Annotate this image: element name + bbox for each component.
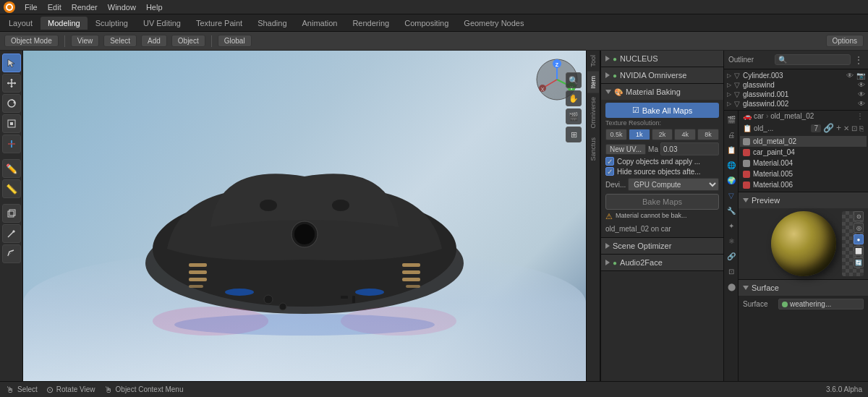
mode-selector[interactable]: Object Mode <box>4 35 59 47</box>
side-tab-tool[interactable]: Tool <box>587 51 599 72</box>
menu-edit[interactable]: Edit <box>43 2 66 12</box>
hide-source-checkbox[interactable]: ✓ <box>605 167 614 176</box>
object-props-icon[interactable]: ▽ <box>724 188 739 202</box>
viewport[interactable]: ☰ Object Mode ⊙ ◉ <box>23 51 586 381</box>
tab-shading[interactable]: Shading <box>250 17 294 30</box>
transform-tool[interactable] <box>2 135 21 153</box>
outliner-options-icon[interactable]: ⋮ <box>854 54 864 66</box>
res-1k[interactable]: 1k <box>629 129 650 140</box>
add-menu[interactable]: Add <box>141 35 167 47</box>
view-menu[interactable]: View <box>71 35 100 47</box>
cursor-tool[interactable] <box>2 54 21 72</box>
material-props-icon[interactable]: ⬤ <box>724 279 739 294</box>
preview-ctrl-5[interactable]: 🔄 <box>854 257 864 268</box>
omniverse-header[interactable]: ● NVIDIA Omniverse <box>601 67 723 83</box>
scale-tool[interactable] <box>2 114 21 133</box>
device-select[interactable]: GPU Compute CPU <box>628 178 719 191</box>
tab-compositing[interactable]: Compositing <box>397 17 456 30</box>
outliner-item-glasswind[interactable]: ▷ ▽ glasswind 👁 <box>724 80 868 90</box>
glasswind001-eye-icon[interactable]: 👁 <box>858 90 865 98</box>
add-cube-tool[interactable] <box>2 204 21 223</box>
copy-objects-checkbox[interactable]: ✓ <box>605 157 614 166</box>
outliner-item-glasswind001[interactable]: ▷ ▽ glasswind.001 👁 <box>724 90 868 99</box>
material-copy-icon[interactable]: ⎘ <box>859 124 864 132</box>
output-props-icon[interactable]: 🖨 <box>724 127 739 142</box>
physics-props-icon[interactable]: ⚛ <box>724 234 739 248</box>
side-tab-item[interactable]: Item <box>587 72 599 93</box>
preview-ctrl-1[interactable]: ⊙ <box>854 211 864 221</box>
tab-modeling[interactable]: Modeling <box>41 17 88 30</box>
tab-sculpting[interactable]: Sculpting <box>88 17 135 30</box>
menu-help[interactable]: Help <box>142 2 167 12</box>
nucleus-header[interactable]: ● NUCLEUS <box>601 51 723 67</box>
material-link-icon[interactable]: 🔗 <box>823 123 834 133</box>
camera-view-btn[interactable]: 🎬 <box>566 108 582 124</box>
hand-tool-btn[interactable]: ✋ <box>566 90 582 106</box>
outliner-item-glasswind002[interactable]: ▷ ▽ glasswind.002 👁 <box>724 99 868 108</box>
props-options-icon[interactable]: ⋮ <box>856 112 864 120</box>
material-new-icon[interactable]: + <box>836 123 841 133</box>
audio2face-header[interactable]: ● Audio2Face <box>601 255 723 270</box>
cylinder-camera-icon[interactable]: 📷 <box>856 72 865 80</box>
grid-view-btn[interactable]: ⊞ <box>566 127 582 142</box>
measure-tool[interactable]: 📏 <box>2 179 21 198</box>
material-baking-header[interactable]: 🎨 Material Baking <box>601 84 723 100</box>
cylinder-eye-icon[interactable]: 👁 <box>846 72 854 80</box>
material-browse-icon[interactable]: ⊡ <box>851 124 857 132</box>
tab-geometry-nodes[interactable]: Geometry Nodes <box>456 17 531 30</box>
tab-layout[interactable]: Layout <box>1 17 40 30</box>
constraints-props-icon[interactable]: 🔗 <box>724 249 739 263</box>
options-btn[interactable]: Options <box>826 35 864 47</box>
outliner-search[interactable]: 🔍 <box>775 54 851 65</box>
res-8k[interactable]: 8k <box>697 129 719 140</box>
mat-item-material004[interactable]: Material.004 <box>740 158 867 168</box>
tab-animation[interactable]: Animation <box>295 17 345 30</box>
res-0.5k[interactable]: 0.5k <box>605 129 627 140</box>
scene-optimizer-header[interactable]: Scene Optimizer <box>601 238 723 254</box>
render-props-icon[interactable]: 🎬 <box>724 112 739 127</box>
ma-value-input[interactable] <box>660 142 719 155</box>
tab-uv-editing[interactable]: UV Editing <box>136 17 188 30</box>
surface-header[interactable]: Surface <box>739 280 868 296</box>
rotate-tool[interactable] <box>2 94 21 113</box>
mat-item-old-metal[interactable]: old_metal_02 <box>740 136 867 147</box>
scene-props-icon[interactable]: 🌐 <box>724 158 739 172</box>
preview-ctrl-4[interactable]: ⬜ <box>854 246 864 256</box>
tab-texture-paint[interactable]: Texture Paint <box>189 17 250 30</box>
new-uv-btn[interactable]: New UV... <box>605 144 646 155</box>
glasswind002-eye-icon[interactable]: 👁 <box>858 100 865 108</box>
side-tab-omniverse[interactable]: Omniverse <box>587 93 599 133</box>
mat-item-car-paint[interactable]: car_paint_04 <box>740 147 867 158</box>
modifier-props-icon[interactable]: 🔧 <box>724 203 739 218</box>
glasswind-eye-icon[interactable]: 👁 <box>858 81 865 89</box>
bevel-tool[interactable] <box>2 244 21 263</box>
menu-file[interactable]: File <box>20 2 42 12</box>
outliner-search-input[interactable] <box>789 56 847 64</box>
res-2k[interactable]: 2k <box>652 129 673 140</box>
data-props-icon[interactable]: ⊡ <box>724 264 739 278</box>
select-menu[interactable]: Select <box>103 35 137 47</box>
bake-maps-btn[interactable]: Bake Maps <box>605 194 719 210</box>
mat-item-material006[interactable]: Material.006 <box>740 179 867 190</box>
material-delete-icon[interactable]: ✕ <box>843 124 849 132</box>
outliner-item-cylinder[interactable]: ▷ ▽ Cylinder.003 👁 📷 <box>724 71 868 80</box>
menu-render[interactable]: Render <box>67 2 102 12</box>
object-menu[interactable]: Object <box>171 35 205 47</box>
view-layer-props-icon[interactable]: 📋 <box>724 142 739 157</box>
tab-rendering[interactable]: Rendering <box>345 17 396 30</box>
surface-value-field[interactable]: weathering... <box>778 299 864 310</box>
mat-item-material005[interactable]: Material.005 <box>740 168 867 179</box>
menu-window[interactable]: Window <box>103 2 140 12</box>
world-props-icon[interactable]: 🌍 <box>724 173 739 187</box>
bake-all-maps-btn[interactable]: ☑ Bake All Maps <box>605 103 719 118</box>
preview-header[interactable]: Preview <box>739 192 868 208</box>
res-4k[interactable]: 4k <box>674 129 696 140</box>
knife-tool[interactable] <box>2 224 21 243</box>
preview-ctrl-3[interactable]: ● <box>854 234 864 244</box>
transform-orientation[interactable]: Global <box>218 35 252 47</box>
annotate-tool[interactable]: ✏️ <box>2 159 21 178</box>
move-tool[interactable] <box>2 74 21 93</box>
particles-props-icon[interactable]: ✦ <box>724 218 739 233</box>
side-tab-sanctus[interactable]: Sanctus <box>587 133 599 166</box>
zoom-in-btn[interactable]: 🔍 <box>566 72 582 88</box>
